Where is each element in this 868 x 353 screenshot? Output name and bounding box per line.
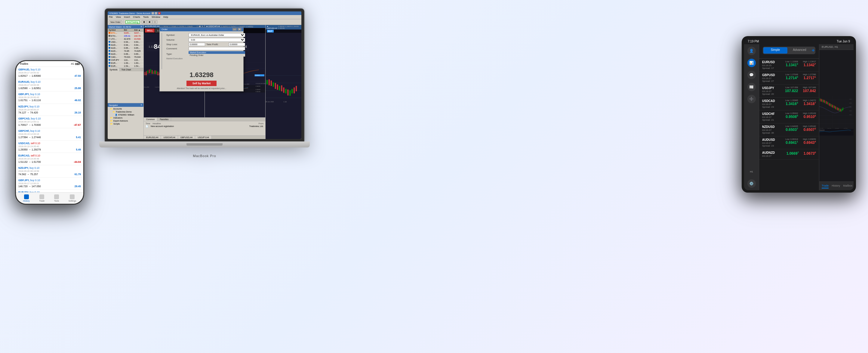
mw-row-aud2[interactable]: AUD... 0.65... 0.65... (108, 47, 144, 50)
market-watch-close[interactable]: ✕ (141, 26, 142, 28)
mw-row-aud4[interactable]: AUD... 0.69... 0.69... (108, 53, 144, 56)
tick-chart-tab[interactable]: Tick Chart (120, 68, 133, 71)
tablet-nav-avatar[interactable]: 👤 (747, 47, 756, 55)
navigator-close[interactable]: ✕ (141, 104, 142, 106)
order-takeprofit-input[interactable] (228, 43, 245, 46)
mw-sym-aud3: AUD... (108, 50, 123, 53)
phone-trade-item[interactable]: USDCAD, sell 0.10 2018.09.19 19:35:40 1.… (16, 141, 83, 153)
mw-row-eth[interactable]: ETH... 235.41 240.70 (108, 35, 144, 38)
trade-pair: GBPCHF, (18, 129, 30, 133)
pair-row-usdjpy[interactable]: USDJPY 03:19:27 Spread: 20 Low: 107.658 … (759, 85, 819, 97)
symbols-tab[interactable]: Symbols (108, 68, 120, 71)
tablet-mailbox-tab[interactable]: Mailbox (843, 183, 852, 188)
phone-trade-item[interactable]: EURJPY, buy 0.10 2018.09.17 12:00:30 130… (16, 189, 83, 192)
nav-indicators[interactable]: 📁 Indicators (109, 116, 142, 119)
pair-bid: 0.69411 (785, 140, 798, 145)
maximize-btn[interactable]: □ (155, 12, 157, 14)
terminal-favorites-tab[interactable]: Favorites (157, 118, 171, 121)
nav-scripts[interactable]: 📁 Scripts (109, 122, 142, 125)
pair-row-audusd[interactable]: AUDUSD 03:19:27 Spread: 23 Low: 0.69318 … (759, 136, 819, 149)
mw-row-usd1[interactable]: USD... 0.94... 0.94... (108, 40, 144, 43)
tablet-trade-tab[interactable]: Trade (822, 183, 829, 188)
order-symbol-select[interactable]: EURAUD, Euro vs Australian Dollar (189, 33, 245, 37)
menu-tools[interactable]: Tools (143, 16, 149, 18)
order-volume-select[interactable]: 0.03 (189, 38, 245, 42)
trade-date: 2018.09.17 16:00:32 (18, 71, 81, 74)
tablet-nav-h1[interactable]: H1 (747, 167, 756, 176)
order-close-btn[interactable]: ✕ (238, 28, 242, 31)
phone-trade-item[interactable]: NZDJPY, buy 0.10 2018.09.19 08:00:27 74.… (16, 104, 83, 116)
order-min-btn[interactable]: — (232, 28, 237, 31)
nav-account-id[interactable]: 👤 6782663: William (109, 114, 142, 116)
mw-row-btc[interactable]: BTC... 9195... 9237... (108, 32, 144, 35)
phone-trade-item[interactable]: GBPCAD, buy 0.10 2018.09.19 12:00:11 1.7… (16, 116, 83, 128)
mw-row-eur1[interactable]: EUR... 1.63... 1.63... (108, 62, 144, 65)
tablet-screen: 7:19 PM Tue Jun 9 👤 📊 💬 📰 ➕ H1 ⚙️ Simple (744, 38, 854, 190)
nav-expert-advisors[interactable]: 📁 Expert Advisors (109, 119, 142, 122)
phone-trade-item[interactable]: GBP.JPY, buy 0.10 2018.09.17 12:00:21 14… (16, 178, 83, 190)
order-market-execution-btn[interactable]: Market Execution (189, 51, 245, 54)
phone-tools-tab[interactable]: Tools (54, 195, 59, 202)
order-comment-input[interactable] (189, 47, 245, 50)
menu-insert[interactable]: Insert (124, 16, 130, 18)
tablet-nav-news[interactable]: 📰 (747, 83, 756, 91)
tablet-nav-chart[interactable]: 📊 (747, 59, 756, 67)
advanced-mode-btn[interactable]: Advanced (787, 47, 811, 54)
phone-trade-tab[interactable]: Trade (39, 195, 44, 202)
phone-trade-item[interactable]: EURCAD, sell 0.10 2018.09.19 19:35:48 1.… (16, 153, 83, 165)
trade-prices: 1.51132 → 1.51700 -44.04 (18, 160, 81, 164)
eurusd-sell-btn[interactable]: SELL (145, 29, 155, 32)
order-stoploss-input[interactable] (189, 43, 205, 46)
menu-view[interactable]: View (116, 16, 121, 18)
mw-row-cad[interactable]: CAD... 79.021 79.044 (108, 56, 144, 59)
pair-row-eurusd[interactable]: EURUSD 03:19:25 Spread: 17 Low: 1.13308 … (759, 59, 819, 71)
pair-row-audnzd[interactable]: AUDNZD 03:19:27 1.06697 1.06730 (759, 149, 819, 159)
chart-tab-usdchf[interactable]: USDCHF,H4 (161, 136, 178, 139)
tablet-history-tab[interactable]: History (832, 183, 840, 188)
mw-row-aud3[interactable]: AUD... 74.85 74.825 (108, 50, 144, 53)
mw-row-eur2[interactable]: EUR... 1.54... 1.54... (108, 65, 144, 68)
pair-row-usdchf[interactable]: USDCHF 03:19:27 Spread: 21 Low: 0.95002 … (759, 111, 819, 123)
phone-trade-item[interactable]: GBPAUD, buy 0.10 2018.09.17 16:00:32 1.8… (16, 67, 83, 79)
tablet-add-pair-btn[interactable]: + (812, 47, 815, 54)
tablet-nav-settings[interactable]: ⚙️ (747, 179, 756, 188)
menu-window[interactable]: Window (152, 16, 160, 18)
phone-trade-item[interactable]: NZDJPY, buy 0.10 2018.09.20 06:19:58 74.… (16, 165, 83, 178)
phone-trade-item[interactable]: GBP.JPY, buy 0.10 2018.09.18 20:00:43 1.… (16, 91, 83, 104)
tablet-nav-add[interactable]: ➕ (747, 95, 756, 103)
chart-tab-eurusd[interactable]: EURUSD,H4 (144, 136, 161, 139)
terminal-news-item: 📄 New account registration Tradeview, Lt… (146, 125, 264, 127)
pair-row-gbpusd[interactable]: GBPUSD 03:19:27 Spread: 27 Low: 1.27049 … (759, 71, 819, 85)
close-btn[interactable]: ✕ (158, 12, 161, 14)
tablet-chart-panel: EURUSD, H1 (819, 44, 854, 190)
nav-accounts[interactable]: 📁 Accounts (109, 108, 142, 111)
tablet-nav-chat[interactable]: 💬 (747, 71, 756, 79)
simple-mode-btn[interactable]: Simple (763, 47, 787, 54)
pair-row-usdcad[interactable]: USDCAD 03:19:27 Spread: 23 Low: 1.33985 … (759, 97, 819, 111)
mw-row-chf[interactable]: CHFJPY 113... 113... (108, 59, 144, 62)
order-pending-order-btn[interactable]: Pending Order (189, 54, 245, 57)
menu-file[interactable]: File (109, 16, 113, 18)
chart-bar-btn[interactable]: ▦ (142, 20, 147, 24)
order-preview-label: EURAUD (162, 33, 162, 36)
gbpusd-buy-btn[interactable]: BUY (267, 30, 274, 32)
phone-trade-item[interactable]: GBPCHF, buy 0.10 2018.09.19 12:00:16 1.2… (16, 128, 83, 141)
mw-row-aud1[interactable]: AUD... 0.94... 0.94... (108, 43, 144, 47)
chart-tab-gbpusd[interactable]: GBPUSD,H4 (178, 136, 195, 139)
pair-row-nzdusd[interactable]: NZDUSD 03:19:27 Spread: 36 Low: 0.64935 … (759, 123, 819, 136)
autotrading-button[interactable]: AutoTrading (125, 21, 140, 24)
nav-tradeview[interactable]: 📁 Tradeview-Demo (109, 111, 142, 114)
phone-history-tab[interactable]: History (23, 195, 30, 202)
menu-help[interactable]: Help (163, 16, 168, 18)
terminal-common-tab[interactable]: Common (144, 118, 157, 121)
phone-trade-item[interactable]: EURAUD, buy 0.10 2018.09.17 16:00:39 1.6… (16, 79, 83, 91)
chart-tab-usdjpy[interactable]: USDJPY,H4 (195, 136, 212, 139)
minimize-btn[interactable]: — (152, 12, 154, 14)
menu-charts[interactable]: Charts (133, 16, 140, 18)
order-sellmarket-btn[interactable]: Sell by Market (186, 81, 217, 86)
chart-line-btn[interactable]: ◻ (153, 20, 157, 24)
phone-settings-tab[interactable]: Settings (69, 195, 76, 202)
new-order-button[interactable]: New Order (109, 21, 122, 24)
chart-candle-btn[interactable]: ▣ (147, 20, 152, 24)
mw-row-ltc[interactable]: LTC... 42.870 43.500 (108, 38, 144, 40)
